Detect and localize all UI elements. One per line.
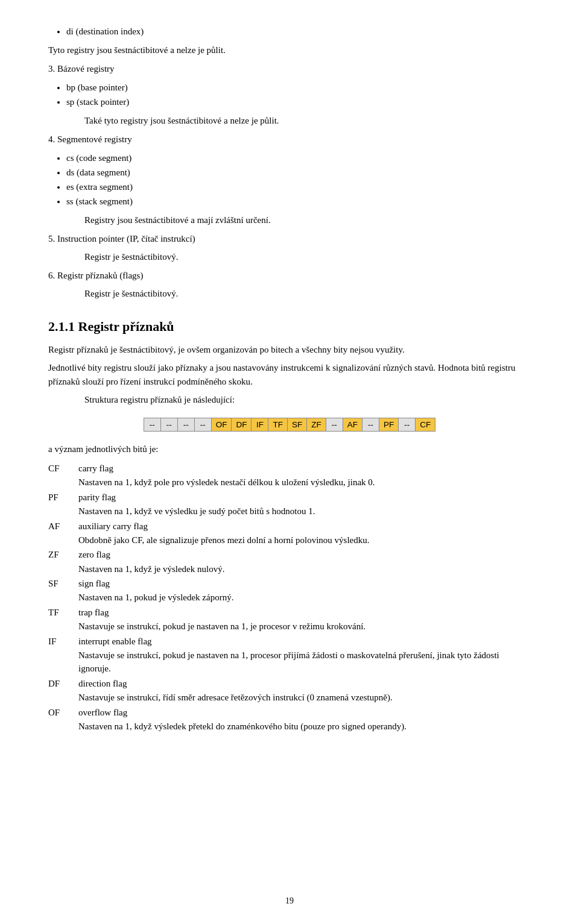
- section4-item4: ss (stack segment): [66, 194, 531, 209]
- flag-desc-of: Nastaven na 1, když výsledek přetekl do …: [78, 720, 531, 734]
- flag-key-sf: SF: [48, 577, 78, 605]
- flag-name-cf: carry flag: [78, 462, 531, 476]
- flag-entry-df: DFdirection flagNastavuje se instrukcí, …: [48, 677, 531, 705]
- section3-item2: sp (stack pointer): [66, 95, 531, 109]
- flag-key-af: AF: [48, 520, 78, 547]
- reg-cell-dash: --: [194, 418, 211, 431]
- flag-value-zf: zero flagNastaven na 1, když je výsledek…: [78, 548, 531, 576]
- di-note: Tyto registry jsou šestnáctibitové a nel…: [48, 43, 531, 57]
- flag-name-tf: trap flag: [78, 606, 531, 620]
- reg-cell-tf: TF: [268, 418, 288, 431]
- section3-title: 3. Bázové registry: [48, 62, 531, 76]
- section6-title: 6. Registr příznaků (flags): [48, 269, 531, 283]
- page-number: 19: [285, 896, 294, 906]
- flag-name-if: interrupt enable flag: [78, 635, 531, 649]
- flag-desc-sf: Nastaven na 1, pokud je výsledek záporný…: [78, 591, 531, 605]
- flag-desc-if: Nastavuje se instrukcí, pokud je nastave…: [78, 649, 531, 676]
- reg-cell-df: DF: [232, 418, 252, 431]
- flag-entry-pf: PFparity flagNastaven na 1, když ve výsl…: [48, 491, 531, 518]
- para3: Struktura registru příznaků je následují…: [84, 393, 531, 407]
- reg-cell-cf: CF: [416, 418, 435, 431]
- reg-cell-dash: --: [326, 418, 343, 431]
- flag-name-zf: zero flag: [78, 548, 531, 562]
- flag-value-of: overflow flagNastaven na 1, když výslede…: [78, 706, 531, 734]
- reg-cell-of: OF: [211, 418, 232, 431]
- flag-value-if: interrupt enable flagNastavuje se instru…: [78, 635, 531, 676]
- reg-cell-dash: --: [177, 418, 194, 431]
- reg-cell-dash: --: [160, 418, 177, 431]
- flag-entry-zf: ZFzero flagNastaven na 1, když je výsled…: [48, 548, 531, 576]
- reg-cell-zf: ZF: [307, 418, 326, 431]
- section4-item1: cs (code segment): [66, 151, 531, 165]
- flag-key-pf: PF: [48, 491, 78, 518]
- flag-entry-af: AFauxiliary carry flagObdobně jako CF, a…: [48, 520, 531, 547]
- page-content: di (destination index) Tyto registry jso…: [48, 24, 531, 733]
- flag-key-tf: TF: [48, 606, 78, 633]
- para1: Registr příznaků je šestnáctibitový, je …: [48, 343, 531, 357]
- flag-desc-zf: Nastaven na 1, když je výsledek nulový.: [78, 562, 531, 576]
- flag-name-df: direction flag: [78, 677, 531, 691]
- flag-desc-af: Obdobně jako CF, ale signalizuje přenos …: [78, 533, 531, 547]
- flag-value-af: auxiliary carry flagObdobně jako CF, ale…: [78, 520, 531, 547]
- reg-cell-dash: --: [399, 418, 416, 431]
- section4-item2: ds (data segment): [66, 165, 531, 180]
- flag-desc-df: Nastavuje se instrukcí, řídí směr adresa…: [78, 691, 531, 705]
- flag-desc-tf: Nastavuje se instrukcí, pokud je nastave…: [78, 620, 531, 633]
- flag-entry-if: IFinterrupt enable flagNastavuje se inst…: [48, 635, 531, 676]
- flag-key-if: IF: [48, 635, 78, 676]
- flag-value-df: direction flagNastavuje se instrukcí, ří…: [78, 677, 531, 705]
- section3-note: Také tyto registry jsou šestnáctibitové …: [84, 114, 531, 128]
- bullet-di: di (destination index): [66, 24, 531, 39]
- section5-title: 5. Instruction pointer (IP, čítač instru…: [48, 232, 531, 246]
- reg-cell-af: AF: [343, 418, 362, 431]
- reg-cell-dash: --: [362, 418, 379, 431]
- section-heading: 2.1.1 Registr příznaků: [48, 319, 531, 335]
- para2: Jednotlivé bity registru slouží jako pří…: [48, 361, 531, 388]
- register-table: --------OFDFIFTFSFZF--AF--PF--CF: [144, 418, 436, 432]
- flag-key-zf: ZF: [48, 548, 78, 576]
- section6-note: Registr je šestnáctibitový.: [84, 287, 531, 301]
- flag-desc-cf: Nastaven na 1, když pole pro výsledek ne…: [78, 476, 531, 489]
- section4-note: Registry jsou šestnáctibitové a mají zvl…: [84, 213, 531, 227]
- para4: a význam jednotlivých bitů je:: [48, 442, 531, 456]
- flag-name-af: auxiliary carry flag: [78, 520, 531, 533]
- flag-name-sf: sign flag: [78, 577, 531, 591]
- flag-value-tf: trap flagNastavuje se instrukcí, pokud j…: [78, 606, 531, 633]
- flag-value-sf: sign flagNastaven na 1, pokud je výslede…: [78, 577, 531, 605]
- section3-item1: bp (base pointer): [66, 80, 531, 95]
- flag-value-pf: parity flagNastaven na 1, když ve výsled…: [78, 491, 531, 518]
- register-structure: --------OFDFIFTFSFZF--AF--PF--CF: [48, 418, 531, 432]
- flag-desc-pf: Nastaven na 1, když ve výsledku je sudý …: [78, 504, 531, 518]
- section5-note: Registr je šestnáctibitový.: [84, 250, 531, 264]
- reg-cell-if: IF: [252, 418, 268, 431]
- flag-value-cf: carry flagNastaven na 1, když pole pro v…: [78, 462, 531, 489]
- reg-cell-dash: --: [144, 418, 160, 431]
- section4-title: 4. Segmentové registry: [48, 133, 531, 146]
- flag-key-df: DF: [48, 677, 78, 705]
- flags-section: CFcarry flagNastaven na 1, když pole pro…: [48, 462, 531, 733]
- section4-item3: es (extra segment): [66, 180, 531, 194]
- reg-cell-pf: PF: [379, 418, 399, 431]
- flag-name-pf: parity flag: [78, 491, 531, 504]
- flag-entry-tf: TFtrap flagNastavuje se instrukcí, pokud…: [48, 606, 531, 633]
- flag-entry-sf: SFsign flagNastaven na 1, pokud je výsle…: [48, 577, 531, 605]
- reg-cell-sf: SF: [287, 418, 306, 431]
- flag-entry-of: OFoverflow flagNastaven na 1, když výsle…: [48, 706, 531, 734]
- flag-key-of: OF: [48, 706, 78, 734]
- flag-entry-cf: CFcarry flagNastaven na 1, když pole pro…: [48, 462, 531, 489]
- flag-key-cf: CF: [48, 462, 78, 489]
- flag-name-of: overflow flag: [78, 706, 531, 720]
